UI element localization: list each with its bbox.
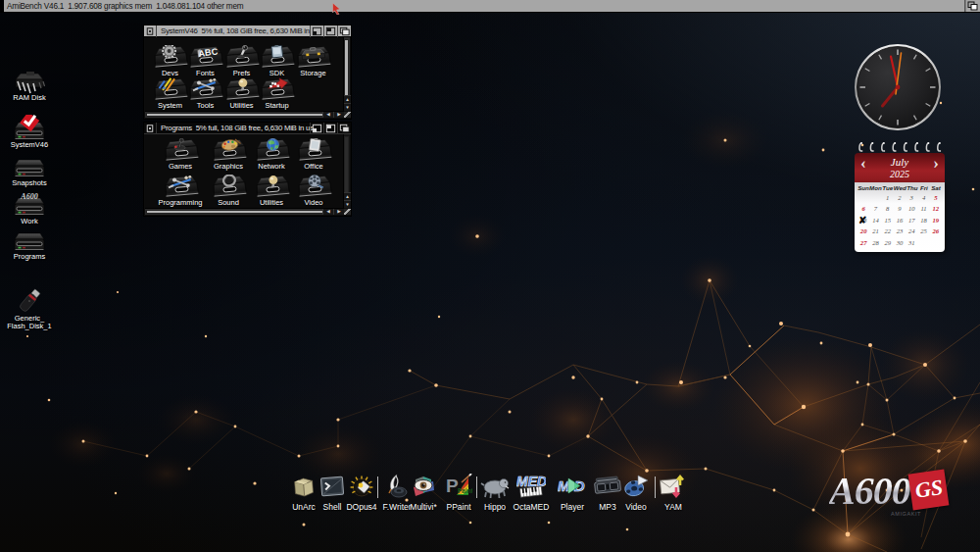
svg-text:A600: A600 xyxy=(20,192,37,201)
